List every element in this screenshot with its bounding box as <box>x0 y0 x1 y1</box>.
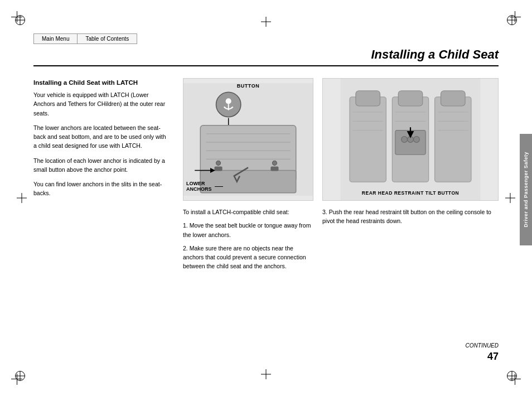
table-of-contents-button[interactable]: Table of Contents <box>77 33 137 44</box>
corner-tr <box>504 11 521 28</box>
svg-rect-17 <box>350 97 386 182</box>
steps-text: To install a LATCH-compatible child seat… <box>183 207 313 276</box>
svg-rect-20 <box>356 91 380 106</box>
corner-br <box>504 368 521 385</box>
page-title-area: Installing a Child Seat <box>33 47 499 66</box>
footer: CONTINUED 47 <box>466 342 499 363</box>
svg-rect-11 <box>214 166 222 171</box>
step3: 3. Push the rear head restraint tilt but… <box>322 207 499 226</box>
latch-seat-image: BUTTON <box>183 78 313 201</box>
svg-point-24 <box>402 137 408 143</box>
step1: 1. Move the seat belt buckle or tongue a… <box>183 221 313 239</box>
left-crosshair <box>17 193 27 203</box>
steps-intro: To install a LATCH-compatible child seat… <box>183 207 313 216</box>
right-crosshair <box>505 193 515 203</box>
svg-point-13 <box>216 161 221 165</box>
para2: The lower anchors are located between th… <box>33 123 170 151</box>
continued-label: CONTINUED <box>466 342 499 349</box>
svg-rect-12 <box>270 166 278 171</box>
left-column: Installing a Child Seat with LATCH Your … <box>33 78 178 363</box>
rear-restraint-label: REAR HEAD RESTRAINT TILT BUTTON <box>362 190 459 196</box>
svg-rect-21 <box>398 91 423 106</box>
svg-point-25 <box>408 137 414 143</box>
button-label: BUTTON <box>237 83 259 89</box>
svg-point-26 <box>413 137 419 143</box>
middle-column: BUTTON <box>178 78 318 363</box>
content-area: Installing a Child Seat with LATCH Your … <box>33 78 499 363</box>
top-crosshair <box>261 17 271 27</box>
rear-restraint-svg <box>323 79 498 200</box>
nav-bar: Main Menu Table of Contents <box>33 33 137 44</box>
page-number: 47 <box>466 351 499 363</box>
bottom-crosshair <box>261 369 271 379</box>
svg-rect-19 <box>435 97 471 182</box>
section-heading: Installing a Child Seat with LATCH <box>33 78 170 87</box>
rear-restraint-image: REAR HEAD RESTRAINT TILT BUTTON <box>322 78 499 201</box>
step2: 2. Make sure there are no objects near t… <box>183 244 313 271</box>
corner-bl <box>11 368 28 385</box>
svg-point-2 <box>226 98 231 104</box>
svg-rect-6 <box>200 170 296 192</box>
side-tab-label: Driver and Passenger Safety <box>523 152 529 228</box>
svg-rect-22 <box>441 91 466 106</box>
para3: The location of each lower anchor is ind… <box>33 156 170 175</box>
side-tab: Driver and Passenger Safety <box>520 134 532 245</box>
lower-anchors-label: LOWERANCHORS <box>186 181 212 192</box>
main-menu-button[interactable]: Main Menu <box>33 33 77 44</box>
para4: You can find lower anchors in the slits … <box>33 180 170 198</box>
para1: Your vehicle is equipped with LATCH (Low… <box>33 90 170 118</box>
svg-point-14 <box>272 161 277 165</box>
right-column: REAR HEAD RESTRAINT TILT BUTTON 3. Push … <box>318 78 499 363</box>
page-title: Installing a Child Seat <box>33 47 499 66</box>
corner-tl <box>11 11 28 28</box>
